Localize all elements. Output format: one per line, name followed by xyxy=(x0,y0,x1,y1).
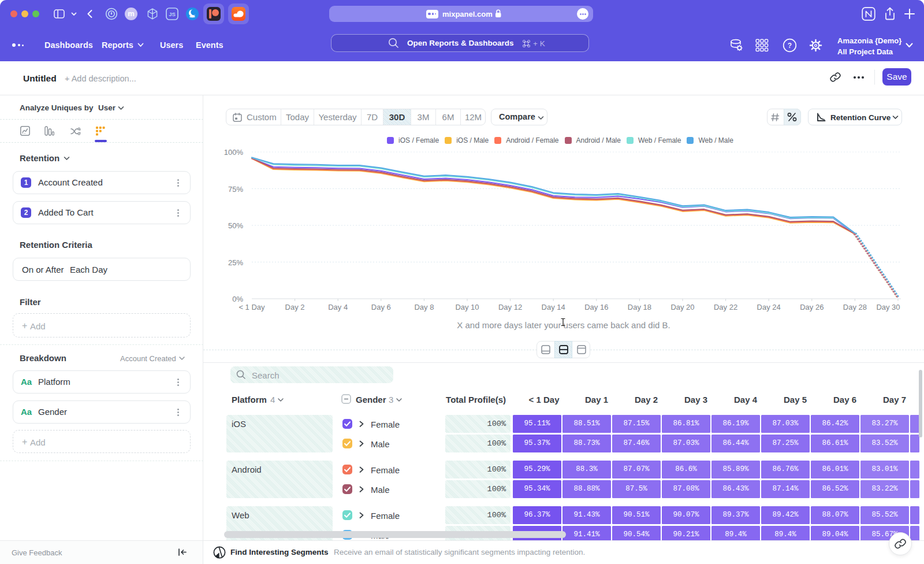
svg-text:?: ? xyxy=(788,42,792,50)
svg-text:JS: JS xyxy=(169,11,176,17)
